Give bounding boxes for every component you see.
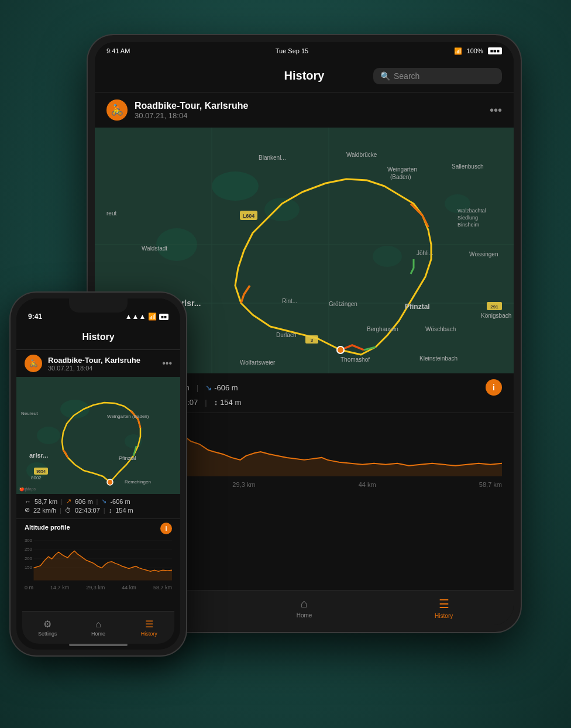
svg-text:Jöhli...: Jöhli... [417, 250, 434, 256]
svg-text:Walzbachtal: Walzbachtal [458, 208, 486, 214]
svg-text:🍎 Maps: 🍎 Maps [19, 486, 36, 492]
svg-text:Neureut: Neureut [21, 411, 38, 416]
iphone-settings-icon: ⚙ [43, 619, 51, 630]
iphone-xaxis-label-0: 0 m [25, 585, 33, 590]
ipad-nav-home-label: Home [297, 612, 312, 619]
iphone-nav-history[interactable]: ☰ History [123, 619, 174, 637]
ipad-xaxis-label-2: 29,3 km [232, 481, 255, 488]
svg-text:(Baden): (Baden) [390, 174, 411, 180]
svg-text:Pfinztal: Pfinztal [119, 455, 136, 461]
search-placeholder: Search [394, 71, 419, 81]
iphone-home-icon: ⌂ [95, 619, 101, 630]
iphone-altitude-chart: 300 250 200 150 [25, 534, 172, 581]
iphone-signal-icon: ▲▲▲ [125, 313, 146, 321]
altitude-icon: ↕ [214, 398, 218, 407]
svg-text:Wöschbach: Wöschbach [425, 326, 456, 332]
iphone-notch [69, 298, 128, 313]
iphone-tour-date: 30.07.21, 18:04 [48, 365, 140, 372]
iphone-altitude-xaxis: 0 m 14,7 km 29,3 km 44 km 58,7 km [25, 583, 172, 592]
iphone-duration: 02:43:07 [75, 507, 100, 514]
iphone-device: 9:41 ▲▲▲ 📶 ■■ History 🚴 Roadbike-Tour, K… [11, 293, 186, 655]
svg-text:Sallenbusch: Sallenbusch [452, 163, 483, 170]
svg-text:Weingarten (Baden): Weingarten (Baden) [107, 414, 149, 419]
svg-point-11 [337, 346, 344, 353]
svg-text:291: 291 [490, 304, 498, 310]
svg-text:3: 3 [311, 338, 314, 343]
iphone-map[interactable]: Neureut Weingarten (Baden) arlsr... Pfin… [16, 377, 180, 494]
iphone-page-title: History [82, 332, 114, 342]
svg-text:200: 200 [25, 556, 32, 561]
ipad-date: Tue Sep 15 [276, 47, 308, 54]
home-indicator [69, 644, 128, 646]
ipad-tour-name: Roadbike-Tour, Karlsruhe [135, 101, 483, 111]
iphone-xaxis-label-4: 58,7 km [153, 585, 172, 590]
iphone-history-icon: ☰ [145, 619, 153, 630]
svg-text:Kleinsteinbach: Kleinsteinbach [419, 355, 458, 362]
iphone-tour-more-button[interactable]: ••• [162, 358, 172, 369]
svg-text:Rint...: Rint... [282, 298, 297, 304]
iphone-time: 9:41 [28, 313, 42, 321]
svg-text:Grötzingen: Grötzingen [329, 301, 357, 307]
iphone-nav-home-label: Home [91, 631, 105, 637]
ipad-tour-more-button[interactable]: ••• [490, 104, 502, 117]
search-icon: 🔍 [380, 71, 390, 81]
svg-text:Pfinztal: Pfinztal [405, 303, 430, 311]
svg-text:Remchingen: Remchingen [125, 479, 151, 485]
ipad-battery-icon: ■■■ [488, 47, 502, 54]
svg-text:Wolfartsweier: Wolfartsweier [240, 359, 276, 366]
altitude-value: 154 m [220, 398, 241, 407]
ipad-xaxis-label-3: 44 km [359, 481, 376, 488]
ipad-battery: 100% [467, 47, 483, 54]
history-icon: ☰ [439, 597, 449, 611]
iphone-info-button[interactable]: i [160, 523, 172, 534]
ipad-header: History 🔍 Search [95, 60, 514, 92]
ipad-tour-info: Roadbike-Tour, Karlsruhe 30.07.21, 18:04 [135, 101, 483, 120]
iphone-nav-home[interactable]: ⌂ Home [73, 619, 124, 637]
iphone-elev-up-icon: ↗ [66, 497, 71, 505]
iphone-tour-icon: 🚴 [25, 355, 42, 372]
iphone-nav-settings[interactable]: ⚙ Settings [22, 619, 73, 637]
iphone-tour-header: 🚴 Roadbike-Tour, Karlsruhe 30.07.21, 18:… [16, 350, 180, 377]
iphone-altitude: 154 m [115, 507, 133, 514]
ipad-tour-date: 30.07.21, 18:04 [135, 111, 483, 120]
iphone-nav-settings-label: Settings [38, 631, 57, 637]
svg-point-49 [107, 479, 113, 485]
iphone-distance-icon: ↔ [25, 498, 31, 505]
iphone-speed: 22 km/h [33, 507, 56, 514]
ipad-nav-history[interactable]: ☰ History [374, 597, 514, 619]
ipad-tour-icon: 🚴 [106, 99, 128, 121]
iphone-altitude-section: Altitude profile i 300 250 200 150 [16, 519, 180, 592]
svg-text:Waldbrücke: Waldbrücke [346, 152, 377, 158]
info-button[interactable]: i [486, 379, 502, 396]
iphone-elev-down: -606 m [110, 498, 130, 505]
ipad-nav-home[interactable]: ⌂ Home [235, 597, 374, 619]
svg-text:Berghausen: Berghausen [367, 326, 398, 332]
iphone-nav-history-label: History [141, 631, 157, 637]
iphone-xaxis-label-3: 44 km [122, 585, 136, 590]
iphone-speed-icon: ⊘ [25, 506, 30, 514]
svg-text:8002: 8002 [31, 475, 42, 480]
svg-text:L604: L604 [243, 213, 255, 219]
svg-point-5 [373, 246, 402, 267]
iphone-tour-name: Roadbike-Tour, Karlsruhe [48, 356, 140, 365]
iphone-wifi-icon: 📶 [148, 313, 157, 321]
iphone-distance: 58,7 km [35, 498, 57, 505]
svg-text:reut: reut [106, 210, 116, 217]
iphone-elev-up: 606 m [75, 498, 93, 505]
ipad-page-title: History [284, 69, 325, 83]
iphone-stats: ↔ 58,7 km | ↗ 606 m | ↘ -606 m ⊘ 22 km/h… [16, 494, 180, 519]
iphone-altitude-title: Altitude profile [25, 524, 70, 531]
svg-text:Königsbach: Königsbach [481, 313, 511, 319]
svg-text:9654: 9654 [36, 469, 46, 473]
svg-point-1 [212, 171, 259, 201]
svg-text:Wössingen: Wössingen [469, 251, 498, 257]
ipad-nav-history-label: History [435, 613, 453, 619]
svg-text:250: 250 [25, 547, 32, 552]
svg-text:Binsheim: Binsheim [458, 222, 479, 228]
ipad-search-box[interactable]: 🔍 Search [373, 68, 502, 84]
ipad-statusbar: 9:41 AM Tue Sep 15 📶 100% ■■■ [95, 42, 514, 60]
svg-text:Weingarten: Weingarten [387, 166, 417, 173]
iphone-tour-info: Roadbike-Tour, Karlsruhe 30.07.21, 18:04 [48, 356, 140, 372]
iphone-altitude-icon: ↕ [109, 507, 112, 514]
iphone-header: History [16, 324, 180, 350]
